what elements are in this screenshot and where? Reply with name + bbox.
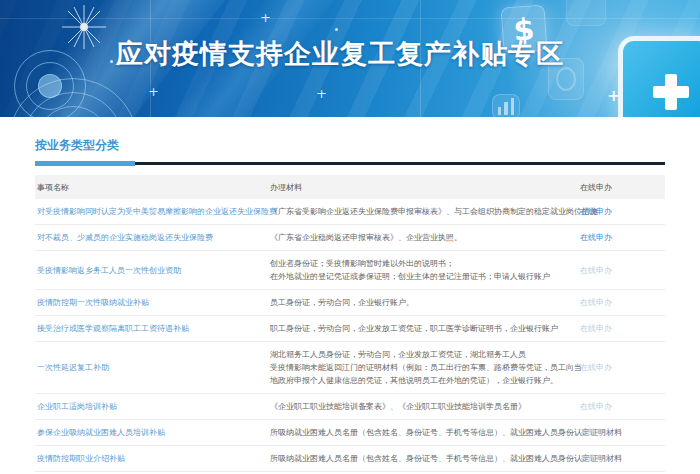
table-row: 对不裁员、少减员的企业实施稳岗返还失业保险费《广东省企业稳岗返还申报审核表》、企… xyxy=(35,225,665,251)
materials-text: 《企业职工职业技能培训备案表》、《企业职工职业技能培训学员名册》 xyxy=(268,400,578,413)
online-apply-link[interactable]: 在线申办 xyxy=(578,452,665,465)
materials-text: 《广东省受影响企业返还失业保险费申报审核表》、与工会组织协商制定的稳定就业岗位措… xyxy=(268,205,578,218)
online-apply-link[interactable]: 在线申办 xyxy=(578,264,665,277)
column-header-online-apply: 在线申办 xyxy=(578,182,665,193)
table-header-row: 事项名称 办理材料 在线申办 xyxy=(35,175,665,199)
table-row: 参保企业吸纳就业困难人员培训补贴所吸纳就业困难人员名册（包含姓名、身份证号、手机… xyxy=(35,420,665,446)
item-name-link[interactable]: 参保企业吸纳就业困难人员培训补贴 xyxy=(35,426,268,439)
table-body: 对受疫情影响同时认定为受中美贸易摩擦影响的企业返还失业保险费《广东省受影响企业返… xyxy=(35,199,665,472)
item-name-link[interactable]: 一次性延迟复工补助 xyxy=(35,361,268,374)
online-apply-link[interactable]: 在线申办 xyxy=(578,426,665,439)
arc-circles-icon xyxy=(8,78,138,117)
materials-text: 湖北籍务工人员身份证，劳动合同，企业发放工资凭证，湖北籍务工人员受疫情影响未能返… xyxy=(268,348,578,387)
table-row: 受疫情影响返乡务工人员一次性创业资助创业者身份证；受疫情影响暂时难以外出的说明书… xyxy=(35,251,665,290)
online-apply-link[interactable]: 在线申办 xyxy=(578,296,665,309)
materials-text: 所吸纳就业困难人员名册（包含姓名、身份证号、手机号等信息）、就业困难人员身份认定… xyxy=(268,426,578,439)
online-apply-link[interactable]: 在线申办 xyxy=(578,361,665,374)
materials-text: 《广东省企业稳岗返还申报审核表》、企业营业执照。 xyxy=(268,231,578,244)
item-name-link[interactable]: 受疫情影响返乡务工人员一次性创业资助 xyxy=(35,264,268,277)
column-header-item-name: 事项名称 xyxy=(35,182,268,193)
content: 按业务类型分类 事项名称 办理材料 在线申办 对受疫情影响同时认定为受中美贸易摩… xyxy=(0,134,700,472)
medical-cross-icon xyxy=(653,74,689,110)
materials-text: 创业者身份证；受疫情影响暂时难以外出的说明书；在外地就业的登记凭证或参保证明；创… xyxy=(268,257,578,283)
table-row: 疫情防控期一次性吸纳就业补贴员工身份证，劳动合同，企业银行账户。在线申办 xyxy=(35,290,665,316)
tab-by-business-type[interactable]: 按业务类型分类 xyxy=(35,137,119,154)
table-row: 疫情防控期职业介绍补贴所吸纳就业困难人员名册（包含姓名、身份证号、手机号等信息）… xyxy=(35,446,665,472)
plus-icon: + xyxy=(148,84,159,99)
table-row: 对受疫情影响同时认定为受中美贸易摩擦影响的企业返还失业保险费《广东省受影响企业返… xyxy=(35,199,665,225)
item-name-link[interactable]: 疫情防控期职业介绍补贴 xyxy=(35,452,268,465)
plus-icon: + xyxy=(607,86,620,105)
item-name-link[interactable]: 疫情防控期一次性吸纳就业补贴 xyxy=(35,296,268,309)
online-apply-link[interactable]: 在线申办 xyxy=(578,322,665,335)
online-apply-link[interactable]: 在线申办 xyxy=(578,231,665,244)
app-tile-icon xyxy=(566,0,606,26)
plus-icon: + xyxy=(260,10,271,25)
bar-chart-icon xyxy=(492,94,520,117)
table-row: 企业职工适岗培训补贴《企业职工职业技能培训备案表》、《企业职工职业技能培训学员名… xyxy=(35,394,665,420)
item-name-link[interactable]: 对受疫情影响同时认定为受中美贸易摩擦影响的企业返还失业保险费 xyxy=(35,205,268,218)
item-name-link[interactable]: 企业职工适岗培训补贴 xyxy=(35,400,268,413)
column-header-materials: 办理材料 xyxy=(268,182,578,193)
materials-text: 所吸纳就业困难人员名册（包含姓名、身份证号、手机号等信息）、就业困难人员身份认定… xyxy=(268,452,578,465)
table-row: 接受治疗或医学观察隔离职工工资待遇补贴职工身份证，劳动合同，企业发放工资凭证，职… xyxy=(35,316,665,342)
tab-underline-active-segment xyxy=(35,161,135,166)
tab-underline xyxy=(35,161,665,166)
page-title: 应对疫情支持企业复工复产补贴专区 xyxy=(0,36,680,72)
materials-text: 职工身份证，劳动合同，企业发放工资凭证，职工医学诊断证明书，企业银行账户 xyxy=(268,322,578,335)
subsidy-table: 事项名称 办理材料 在线申办 对受疫情影响同时认定为受中美贸易摩擦影响的企业返还… xyxy=(35,175,665,472)
item-name-link[interactable]: 对不裁员、少减员的企业实施稳岗返还失业保险费 xyxy=(35,231,268,244)
item-name-link[interactable]: 接受治疗或医学观察隔离职工工资待遇补贴 xyxy=(35,322,268,335)
materials-text: 员工身份证，劳动合同，企业银行账户。 xyxy=(268,296,578,309)
online-apply-link[interactable]: 在线申办 xyxy=(578,400,665,413)
table-row: 一次性延迟复工补助湖北籍务工人员身份证，劳动合同，企业发放工资凭证，湖北籍务工人… xyxy=(35,342,665,394)
dot-decoration xyxy=(335,28,338,31)
online-apply-link[interactable]: 在线申办 xyxy=(578,205,665,218)
page: + + + $ + 应对疫情支持企业复工复产补贴专区 按业务类型分类 事项名称 … xyxy=(0,0,700,474)
tab-bar: 按业务类型分类 xyxy=(35,134,665,154)
banner: + + + $ + 应对疫情支持企业复工复产补贴专区 xyxy=(0,0,700,117)
plus-icon: + xyxy=(316,86,327,101)
